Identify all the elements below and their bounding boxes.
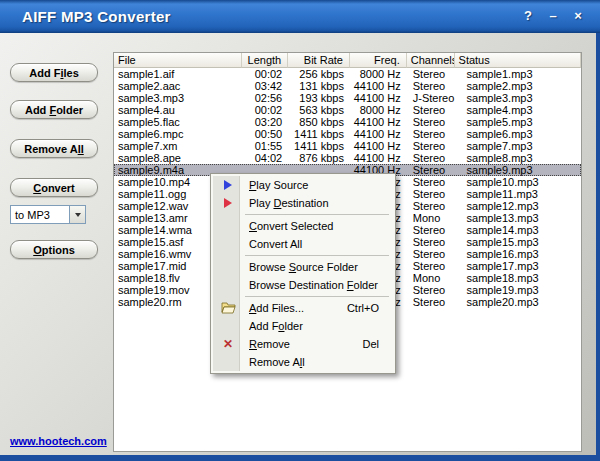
table-row[interactable]: sample4.au00:02563 kbps8000 HzStereosamp… — [114, 104, 581, 116]
menu-item-remove-all[interactable]: Remove All — [213, 353, 393, 371]
table-cell: sample13.mp3 — [455, 212, 581, 224]
window-title: AIFF MP3 Converter — [22, 8, 171, 25]
minimize-button[interactable]: – — [545, 6, 561, 24]
table-cell: 00:02 — [242, 68, 288, 80]
column-header-bitrate[interactable]: Bit Rate — [288, 53, 350, 68]
table-cell: sample5.mp3 — [455, 116, 581, 128]
table-cell: sample14.mp3 — [455, 224, 581, 236]
remove-icon: ✕ — [220, 338, 236, 350]
table-row[interactable]: sample5.flac03:20850 kbps44100 HzStereos… — [114, 116, 581, 128]
menu-item-remove[interactable]: ✕RemoveDel — [213, 335, 393, 353]
table-cell: Stereo — [407, 176, 455, 188]
table-row[interactable]: sample3.mp302:56193 kbps44100 HzJ-Stereo… — [114, 92, 581, 104]
context-menu: Play SourcePlay DestinationConvert Selec… — [210, 173, 396, 374]
table-cell: Mono — [407, 212, 455, 224]
table-cell: sample9.mp3 — [455, 164, 581, 176]
remove-all-button[interactable]: Remove All — [10, 139, 98, 158]
column-header-status[interactable]: Status — [455, 53, 581, 68]
table-cell: sample4.au — [114, 104, 242, 116]
menu-item-label: Convert Selected — [249, 220, 333, 232]
add-files-button[interactable]: Add Files — [10, 63, 98, 82]
table-cell: Stereo — [407, 104, 455, 116]
menu-item-label: Add Files... — [249, 302, 304, 314]
table-cell: sample3.mp3 — [455, 92, 581, 104]
table-cell: sample10.mp3 — [455, 176, 581, 188]
table-cell: sample1.aif — [114, 68, 242, 80]
menu-shortcut: Del — [362, 338, 387, 350]
options-button[interactable]: Options — [10, 240, 98, 259]
menu-item-label: Browse Source Folder — [249, 261, 358, 273]
column-header-freq[interactable]: Freq. — [350, 53, 407, 68]
table-cell: 256 kbps — [288, 68, 350, 80]
website-link[interactable]: www.hootech.com — [10, 435, 107, 447]
format-select-button[interactable] — [69, 206, 85, 223]
table-cell: 8000 Hz — [350, 68, 407, 80]
table-cell: sample19.mp3 — [455, 284, 581, 296]
table-cell: Stereo — [407, 80, 455, 92]
table-cell: 44100 Hz — [350, 80, 407, 92]
menu-item-label: Convert All — [249, 238, 302, 250]
menu-item-convert-selected[interactable]: Convert Selected — [213, 217, 393, 235]
convert-button[interactable]: Convert — [10, 178, 98, 197]
table-cell: sample2.aac — [114, 80, 242, 92]
table-cell: sample20.mp3 — [455, 296, 581, 308]
menu-item-browse-source-folder[interactable]: Browse Source Folder — [213, 258, 393, 276]
menu-item-play-destination[interactable]: Play Destination — [213, 194, 393, 212]
menu-separator — [245, 214, 389, 215]
menu-item-label: Play Destination — [249, 197, 329, 209]
table-header: FileLengthBit RateFreq.ChannelsStatus — [114, 53, 581, 68]
table-cell: Stereo — [407, 296, 455, 308]
table-cell: Stereo — [407, 68, 455, 80]
table-cell: 44100 Hz — [350, 92, 407, 104]
table-cell: sample7.xm — [114, 140, 242, 152]
table-cell: 00:50 — [242, 128, 288, 140]
table-cell: sample3.mp3 — [114, 92, 242, 104]
add-files-icon — [220, 302, 236, 314]
table-cell: 8000 Hz — [350, 104, 407, 116]
table-cell: J-Stereo — [407, 92, 455, 104]
column-header-length[interactable]: Length — [242, 53, 288, 68]
menu-item-label: Remove All — [249, 356, 305, 368]
table-cell: sample2.mp3 — [455, 80, 581, 92]
menu-separator — [245, 255, 389, 256]
table-cell: 03:42 — [242, 80, 288, 92]
table-row[interactable]: sample8.ape04:02876 kbps44100 HzStereosa… — [114, 152, 581, 164]
table-cell: 193 kbps — [288, 92, 350, 104]
table-cell: Stereo — [407, 260, 455, 272]
table-row[interactable]: sample1.aif00:02256 kbps8000 HzStereosam… — [114, 68, 581, 80]
menu-item-convert-all[interactable]: Convert All — [213, 235, 393, 253]
table-cell: sample7.mp3 — [455, 140, 581, 152]
table-cell: sample8.mp3 — [455, 152, 581, 164]
table-cell: sample4.mp3 — [455, 104, 581, 116]
column-header-channels[interactable]: Channels — [407, 53, 455, 68]
format-select[interactable]: to MP3 — [10, 205, 86, 224]
close-button[interactable]: × — [570, 6, 586, 24]
table-cell: sample6.mpc — [114, 128, 242, 140]
play-source-icon — [220, 180, 236, 190]
table-cell: sample15.mp3 — [455, 236, 581, 248]
table-cell: sample11.mp3 — [455, 188, 581, 200]
table-cell: Stereo — [407, 128, 455, 140]
menu-item-add-folder[interactable]: Add Folder — [213, 317, 393, 335]
column-header-file[interactable]: File — [114, 53, 242, 68]
table-cell: sample16.mp3 — [455, 248, 581, 260]
table-cell: 1411 kbps — [288, 128, 350, 140]
table-cell: 44100 Hz — [350, 152, 407, 164]
help-button[interactable]: ? — [520, 6, 536, 24]
table-cell: 04:02 — [242, 152, 288, 164]
add-folder-button[interactable]: Add Folder — [10, 100, 98, 119]
menu-shortcut: Ctrl+O — [347, 302, 387, 314]
menu-item-add-files[interactable]: Add Files...Ctrl+O — [213, 299, 393, 317]
play-destination-icon — [220, 198, 236, 208]
table-cell: 850 kbps — [288, 116, 350, 128]
table-row[interactable]: sample2.aac03:42131 kbps44100 HzStereosa… — [114, 80, 581, 92]
table-cell: Stereo — [407, 200, 455, 212]
table-cell: sample18.mp3 — [455, 272, 581, 284]
app-window: AIFF MP3 Converter ? – × Add Files Add F… — [0, 0, 600, 461]
table-row[interactable]: sample6.mpc00:501411 kbps44100 HzStereos… — [114, 128, 581, 140]
table-row[interactable]: sample7.xm01:551411 kbps44100 HzStereosa… — [114, 140, 581, 152]
table-cell: 563 kbps — [288, 104, 350, 116]
menu-item-browse-destination-folder[interactable]: Browse Destination Folder — [213, 276, 393, 294]
menu-item-play-source[interactable]: Play Source — [213, 176, 393, 194]
table-cell: Stereo — [407, 140, 455, 152]
